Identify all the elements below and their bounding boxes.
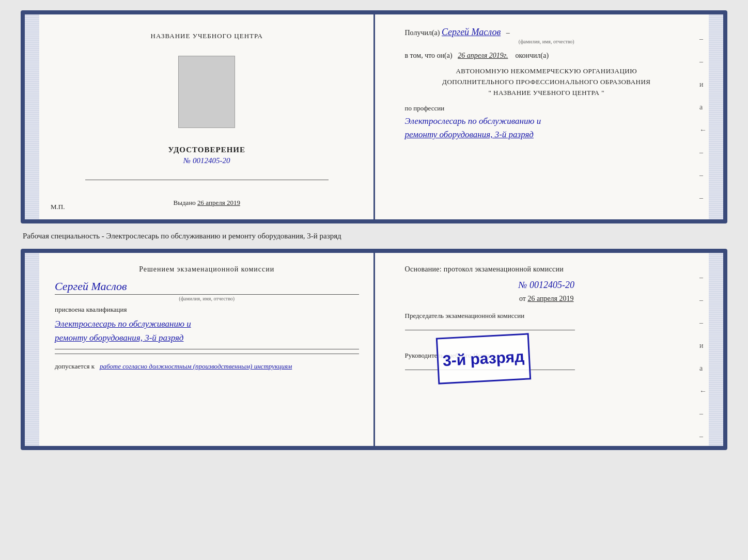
qual-line2: ремонту оборудования, 3-й разряд — [55, 331, 359, 345]
middle-text: Рабочая специальность - Электрослесарь п… — [21, 232, 341, 241]
bottom-left-content: Решением экзаменационной комиссии Сергей… — [39, 265, 359, 371]
date-top: 26 апреля 2019г. — [458, 52, 508, 59]
bottom-right-panel: Основание: протокол экзаменационной коми… — [375, 253, 724, 446]
qual-line1: Электрослесарь по обслуживанию и — [55, 317, 359, 331]
center-name-top: НАЗВАНИЕ УЧЕБНОГО ЦЕНТРА — [151, 32, 263, 40]
udostoverenie-number: № 0012405-20 — [183, 156, 230, 165]
vtom-line: в том, что он(а) 26 апреля 2019г. окончи… — [405, 52, 689, 60]
right-edge-dashes: – – и а ← – – – – — [699, 35, 707, 223]
org-line2: ДОПОЛНИТЕЛЬНОГО ПРОФЕССИОНАЛЬНОГО ОБРАЗО… — [405, 77, 689, 88]
org-block: АВТОНОМНУЮ НЕКОММЕРЧЕСКУЮ ОРГАНИЗАЦИЮ ДО… — [405, 66, 689, 98]
mp-label: М.П. — [51, 203, 65, 211]
predsedatel-label: Председатель экзаменационной комиссии — [405, 311, 689, 330]
edge-arrow2: ← — [699, 387, 707, 395]
prisvoyena-label: присвоена квалификация — [55, 306, 359, 314]
bottom-document-card: Решением экзаменационной комиссии Сергей… — [21, 249, 727, 450]
profession-text: Электрослесарь по обслуживанию и ремонту… — [405, 115, 689, 141]
profession-line1: Электрослесарь по обслуживанию и — [405, 115, 689, 128]
protocol-number: № 0012405-20 — [405, 280, 689, 291]
fio-label-top: (фамилия, имя, отчество) — [405, 39, 689, 44]
top-right-content: Получил(а) Сергей Маслов – (фамилия, имя… — [389, 27, 709, 141]
person-name-top: Сергей Маслов — [442, 27, 501, 37]
profession-line2: ремонту оборудования, 3-й разряд — [405, 128, 689, 141]
top-left-content: НАЗВАНИЕ УЧЕБНОГО ЦЕНТРА УДОСТОВЕРЕНИЕ №… — [39, 27, 359, 207]
dopusk-text: работе согласно должностным (производств… — [100, 362, 292, 370]
udostoverenie-title: УДОСТОВЕРЕНИЕ — [168, 146, 246, 154]
top-left-panel: НАЗВАНИЕ УЧЕБНОГО ЦЕНТРА УДОСТОВЕРЕНИЕ №… — [25, 14, 375, 219]
dopuskaetsya-line: допускается к работе согласно должностны… — [55, 362, 359, 371]
qualification-text: Электрослесарь по обслуживанию и ремонту… — [55, 317, 359, 345]
fio-label-bottom: (фамилия, имя, отчество) — [55, 296, 359, 301]
edge-letter-a2: а — [699, 364, 707, 373]
top-document-card: НАЗВАНИЕ УЧЕБНОГО ЦЕНТРА УДОСТОВЕРЕНИЕ №… — [21, 10, 727, 223]
person-name-bottom-wrap: Сергей Маслов (фамилия, имя, отчество) — [55, 280, 359, 301]
osnovanie-line: Основание: протокол экзаменационной коми… — [405, 265, 689, 274]
org-line1: АВТОНОМНУЮ НЕКОММЕРЧЕСКУЮ ОРГАНИЗАЦИЮ — [405, 66, 689, 77]
edge-letter-i: и — [699, 81, 707, 89]
edge-letter-a: а — [699, 103, 707, 111]
person-name-bottom: Сергей Маслов — [55, 280, 359, 293]
poluchil-line: Получил(а) Сергей Маслов – (фамилия, имя… — [405, 27, 689, 44]
stamp-text: 3-й разряд — [442, 347, 525, 370]
bottom-left-panel: Решением экзаменационной комиссии Сергей… — [25, 253, 375, 446]
photo-placeholder — [178, 56, 235, 128]
org-line3: " НАЗВАНИЕ УЧЕБНОГО ЦЕНТРА " — [405, 88, 689, 99]
po-professii-label: по профессии — [405, 104, 689, 113]
edge-arrow: ← — [699, 126, 707, 134]
top-right-panel: Получил(а) Сергей Маслов – (фамилия, имя… — [375, 14, 724, 219]
ot-date-line: от 26 апреля 2019 — [405, 295, 689, 303]
vydano-line: Выдано 26 апреля 2019 — [174, 199, 240, 207]
stamp: 3-й разряд — [435, 333, 531, 384]
resheniem-title: Решением экзаменационной комиссии — [55, 265, 359, 274]
bottom-right-edge-dashes: – – – и а ← – – – — [699, 274, 707, 450]
edge-letter-i2: и — [699, 342, 707, 350]
